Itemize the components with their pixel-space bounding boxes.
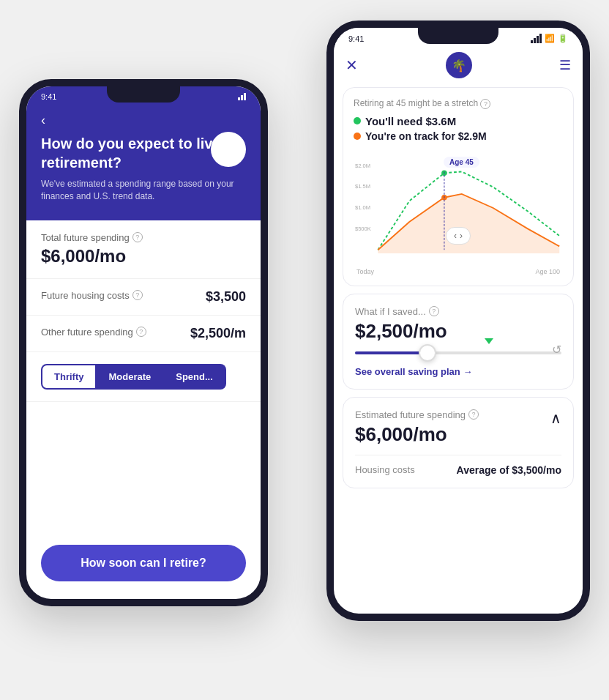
x-labels: Today Age 100 (354, 268, 563, 275)
age-marker: Age 45 (444, 157, 479, 168)
housing-label-right: Housing costs (355, 464, 415, 475)
other-label: Other future spending ? (41, 327, 146, 338)
need-dot (354, 117, 361, 124)
track-row: You're on track for $2.9M (354, 130, 563, 142)
svg-text:$2.0M: $2.0M (355, 163, 370, 169)
savings-title: What if I saved... ? (355, 306, 561, 317)
tab-thrifty[interactable]: Thrifty (41, 364, 97, 390)
back-button[interactable]: ‹ (41, 113, 246, 128)
time-left: 9:41 (41, 92, 56, 101)
menu-button[interactable]: ☰ (559, 57, 571, 73)
header-subtitle: We've estimated a spending range based o… (41, 178, 246, 203)
close-button[interactable]: ✕ (345, 56, 358, 74)
phones-container: 9:41 ‹ How do you expect to live in reti… (19, 21, 590, 679)
notch-left (107, 86, 180, 103)
slider-track: ↺ (355, 351, 561, 354)
est-title-group: Estimated future spending ? $6,000/mo (355, 409, 479, 446)
notch-right (418, 28, 498, 44)
collapse-icon[interactable]: ∧ (550, 409, 561, 427)
est-value: $6,000/mo (355, 423, 479, 446)
retire-info[interactable]: ? (480, 99, 490, 109)
wifi-icon: 📶 (545, 34, 555, 43)
housing-value: $3,500 (206, 289, 246, 305)
svg-text:$1.0M: $1.0M (355, 204, 370, 211)
retire-label: Retiring at 45 might be a stretch ? (354, 98, 563, 109)
total-spending-label: Total future spending ? (41, 232, 246, 243)
slider-thumb[interactable] (419, 344, 436, 362)
track-dot (354, 133, 361, 140)
est-info[interactable]: ? (468, 409, 479, 420)
other-value: $2,500/m (190, 326, 246, 341)
savings-info[interactable]: ? (429, 306, 439, 316)
phone-left: 9:41 ‹ How do you expect to live in reti… (19, 79, 268, 606)
slider-fill (355, 351, 427, 354)
housing-costs-row: Future housing costs ? $3,500 (26, 279, 261, 316)
chart-area: Age 45 $2.0M $1.5M $1.0M $500K (354, 149, 563, 267)
savings-value: $2,500/mo (355, 320, 561, 343)
signal-right (531, 34, 542, 43)
logo-icon: 🌴 (446, 52, 472, 78)
need-text: You'll need $3.6M (365, 115, 456, 127)
total-spending-row: Total future spending ? $6,000/mo (26, 220, 261, 279)
left-content: Total future spending ? $6,000/mo Future… (26, 220, 261, 402)
total-spending-info[interactable]: ? (132, 232, 143, 242)
time-right: 9:41 (348, 34, 364, 43)
reset-button[interactable]: ↺ (552, 343, 561, 357)
other-info[interactable]: ? (136, 327, 146, 337)
how-soon-button[interactable]: How soon can I retire? (41, 545, 246, 581)
chart-card: Retiring at 45 might be a stretch ? You'… (343, 87, 574, 286)
marker-triangle (485, 338, 493, 344)
avatar (211, 132, 246, 167)
spending-tabs: Thrifty Moderate Spend... (26, 352, 261, 402)
savings-card: What if I saved... ? $2,500/mo ↺ See ove… (343, 294, 574, 390)
battery-icon: 🔋 (558, 34, 568, 43)
svg-marker-4 (378, 194, 559, 253)
slider-marker (485, 338, 493, 344)
tab-moderate[interactable]: Moderate (97, 364, 164, 390)
x-label-today: Today (356, 268, 374, 275)
housing-label: Future housing costs ? (41, 290, 143, 301)
see-plan-link[interactable]: See overall saving plan → (355, 366, 561, 377)
status-icons-right: 📶 🔋 (531, 34, 568, 43)
x-label-age100: Age 100 (535, 268, 560, 275)
svg-text:$1.5M: $1.5M (355, 183, 370, 190)
est-title: Estimated future spending ? (355, 409, 479, 420)
total-spending-value: $6,000/mo (41, 246, 246, 267)
signal-left (238, 93, 246, 100)
housing-info[interactable]: ? (132, 290, 143, 300)
est-header: Estimated future spending ? $6,000/mo ∧ (355, 409, 561, 446)
left-header: ‹ How do you expect to live in retiremen… (26, 104, 261, 220)
est-spending-card: Estimated future spending ? $6,000/mo ∧ … (343, 397, 574, 488)
svg-text:$500K: $500K (355, 225, 371, 231)
other-spending-row: Other future spending ? $2,500/m (26, 316, 261, 352)
right-top-bar: ✕ 🌴 ☰ (334, 46, 583, 87)
phone-right: 9:41 📶 🔋 ✕ 🌴 ☰ Retiring at 45 might be a… (326, 21, 590, 621)
track-text: You're on track for $2.9M (365, 130, 487, 142)
housing-row: Housing costs Average of $3,500/mo (355, 455, 561, 476)
housing-value-right: Average of $3,500/mo (457, 464, 561, 476)
tab-spendy[interactable]: Spend... (164, 364, 226, 390)
drag-handle[interactable]: ‹› (446, 227, 471, 245)
need-row: You'll need $3.6M (354, 115, 563, 127)
